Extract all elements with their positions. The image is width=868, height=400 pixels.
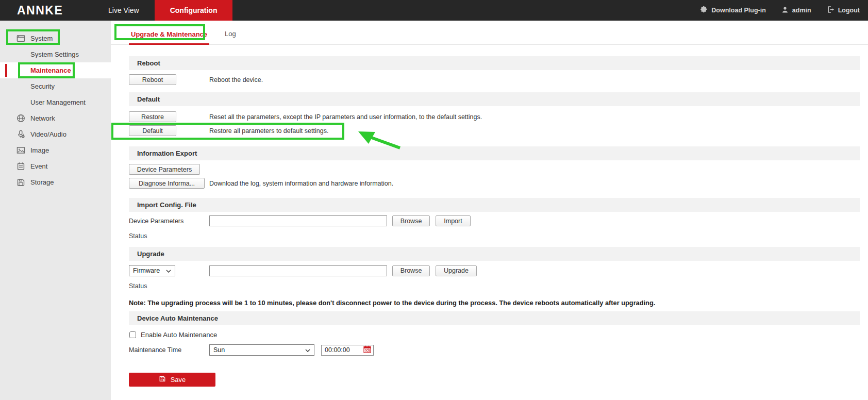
section-header-default: Default [129, 92, 860, 106]
upgrade-type-select[interactable]: Firmware [129, 265, 175, 276]
video-audio-icon [16, 130, 25, 139]
default-description: Restore all parameters to default settin… [209, 127, 328, 135]
upgrade-type-value: Firmware [133, 267, 160, 274]
restore-row: Restore Reset all the parameters, except… [129, 111, 860, 122]
section-header-upgrade: Upgrade [129, 247, 860, 261]
reboot-button[interactable]: Reboot [129, 74, 176, 85]
user-menu[interactable]: admin [781, 6, 811, 15]
logout-icon [827, 6, 834, 15]
nav-configuration[interactable]: Configuration [155, 0, 233, 21]
section-header-information-export: Information Export [129, 146, 860, 160]
save-button[interactable]: Save [129, 373, 215, 387]
reboot-row: Reboot Reboot the device. [129, 74, 860, 85]
sidebar-label: Video/Audio [30, 130, 66, 138]
upgrade-browse-button[interactable]: Browse [392, 265, 430, 276]
calendar-icon [363, 345, 371, 355]
enable-auto-maintenance-label: Enable Auto Maintenance [141, 331, 217, 339]
diagnose-information-button[interactable]: Diagnose Informa... [129, 178, 205, 189]
sidebar-label: User Management [30, 98, 86, 106]
sidebar-item-video-audio[interactable]: Video/Audio [0, 126, 111, 142]
chevron-down-icon [305, 346, 310, 354]
maintenance-time-row: Maintenance Time Sun 00:00:00 [129, 344, 860, 356]
sidebar-item-maintenance[interactable]: Maintenance [0, 62, 111, 78]
download-plugin-button[interactable]: Download Plug-in [700, 6, 766, 15]
content: Reboot Reboot Reboot the device. Default… [111, 56, 868, 387]
sidebar-item-event[interactable]: Event [0, 158, 111, 174]
maintenance-time-value: 00:00:00 [325, 346, 350, 354]
sidebar-label: Storage [30, 178, 54, 186]
sidebar-label: Image [30, 146, 49, 154]
maintenance-time-field[interactable]: 00:00:00 [321, 345, 374, 356]
section-header-import-config: Import Config. File [129, 198, 860, 212]
sidebar-label: Maintenance [30, 66, 71, 74]
maintenance-time-label: Maintenance Time [129, 346, 209, 354]
event-icon [16, 162, 25, 171]
upgrade-row: Firmware Browse Upgrade [129, 265, 860, 276]
topbar-actions: Download Plug-in admin Logout [700, 0, 868, 21]
import-device-parameters-label: Device Parameters [129, 218, 209, 225]
sidebar-label: Network [30, 114, 55, 122]
main-panel: Upgrade & Maintenance Log Reboot Reboot … [111, 21, 868, 400]
save-icon [159, 375, 166, 384]
tab-log[interactable]: Log [223, 30, 238, 44]
section-header-auto-maintenance: Device Auto Maintenance [129, 311, 860, 325]
sidebar-item-network[interactable]: Network [0, 110, 111, 126]
system-icon [16, 34, 25, 43]
enable-auto-maintenance-row: Enable Auto Maintenance [129, 330, 860, 339]
import-button[interactable]: Import [436, 215, 471, 226]
default-button[interactable]: Default [129, 125, 176, 136]
default-row: Default Restore all parameters to defaul… [129, 125, 860, 136]
import-browse-button[interactable]: Browse [392, 215, 430, 226]
sidebar-label: System Settings [30, 51, 79, 58]
annke-logo: ANNKE [0, 0, 93, 21]
upgrade-button[interactable]: Upgrade [436, 265, 477, 276]
enable-auto-maintenance-checkbox[interactable] [129, 331, 136, 338]
user-icon [781, 6, 789, 15]
tab-bar: Upgrade & Maintenance Log [111, 21, 868, 45]
reboot-description: Reboot the device. [209, 76, 263, 84]
device-parameters-export-row: Device Parameters [129, 164, 860, 175]
sidebar-label: Event [30, 162, 47, 170]
sidebar-label: System [30, 35, 53, 42]
storage-icon [16, 178, 25, 187]
import-status-label: Status [129, 231, 860, 240]
section-header-reboot: Reboot [129, 56, 860, 70]
chevron-down-icon [166, 267, 171, 274]
top-bar: ANNKE Live View Configuration Download P… [0, 0, 868, 21]
tab-upgrade-maintenance[interactable]: Upgrade & Maintenance [129, 30, 209, 45]
sidebar-item-image[interactable]: Image [0, 142, 111, 158]
upgrade-note: Note: The upgrading process will be 1 to… [129, 298, 860, 307]
logout-button[interactable]: Logout [827, 6, 860, 15]
sidebar-item-system-settings[interactable]: System Settings [0, 46, 111, 62]
plugin-icon [700, 6, 708, 15]
nav-live-view[interactable]: Live View [93, 0, 155, 21]
sidebar-item-storage[interactable]: Storage [0, 174, 111, 190]
restore-description: Reset all the parameters, except the IP … [209, 113, 482, 121]
upgrade-file-input[interactable] [209, 265, 387, 276]
import-config-row: Device Parameters Browse Import [129, 215, 860, 226]
sidebar-label: Security [30, 82, 55, 90]
import-file-input[interactable] [209, 215, 387, 226]
upgrade-status-label: Status [129, 281, 860, 290]
diagnose-row: Diagnose Informa... Download the log, sy… [129, 178, 860, 189]
network-icon [16, 114, 25, 123]
sidebar-item-user-management[interactable]: User Management [0, 94, 111, 110]
device-parameters-export-button[interactable]: Device Parameters [129, 164, 200, 175]
image-icon [16, 146, 25, 155]
sidebar-item-security[interactable]: Security [0, 78, 111, 94]
restore-button[interactable]: Restore [129, 111, 176, 122]
maintenance-day-value: Sun [213, 346, 225, 354]
diagnose-description: Download the log, system information and… [209, 180, 393, 187]
maintenance-day-select[interactable]: Sun [209, 344, 314, 356]
sidebar: System System Settings Maintenance Secur… [0, 21, 111, 400]
sidebar-item-system[interactable]: System [0, 30, 111, 46]
